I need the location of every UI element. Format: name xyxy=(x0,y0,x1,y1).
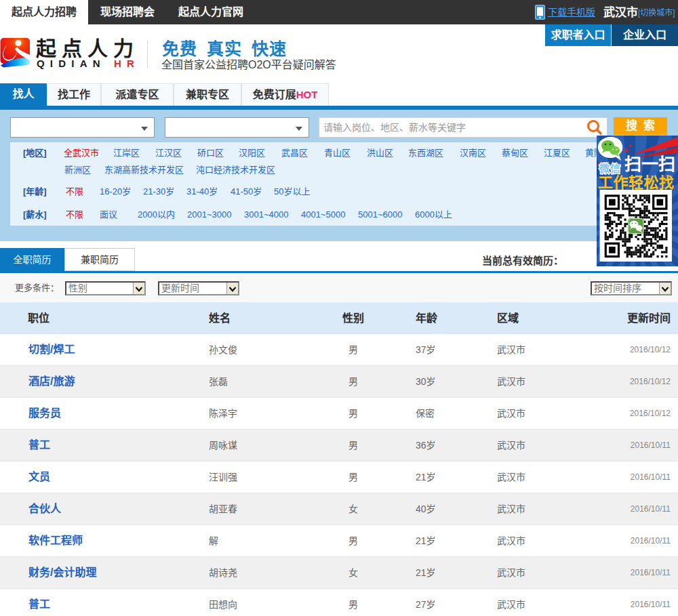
svg-text:扫一扫: 扫一扫 xyxy=(624,155,675,173)
svg-text:微信: 微信 xyxy=(599,163,621,174)
svg-text:工作轻松找: 工作轻松找 xyxy=(598,174,675,191)
